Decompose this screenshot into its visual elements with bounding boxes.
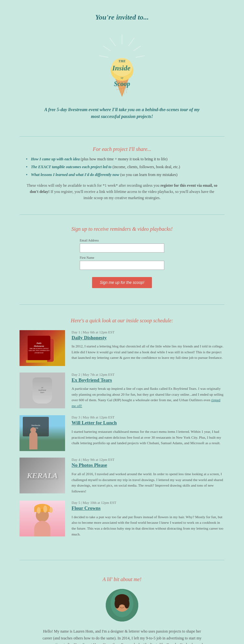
schedule-day-5: Day 5 | May 10th at 12pm EST <box>72 501 224 505</box>
email-input[interactable] <box>80 243 164 253</box>
project-share-section: For each project I'll share... How I cam… <box>0 143 244 208</box>
project-share-note: These videos will only be available to w… <box>26 183 218 201</box>
schedule-day-1: Day 1 | May 6th at 12pm EST <box>72 330 224 334</box>
signup-section: Sign up to receive reminders & video pla… <box>0 221 244 298</box>
schedule-title-3: Will Letter for Lunch <box>72 420 224 426</box>
book-front: DailyDishonesty THE BEAUTIFUL LITTLE LIE… <box>28 336 50 360</box>
schedule-image-2: exboyfriendtears <box>20 373 65 408</box>
svg-text:THE: THE <box>118 59 126 63</box>
schedule-item-2: exboyfriendtears Day 2 | May 7th at 12pm… <box>20 373 224 409</box>
schedule-content-5: Day 5 | May 10th at 12pm EST Flour Crown… <box>72 501 224 537</box>
kerela-text: KERALA <box>27 471 58 480</box>
svg-line-3 <box>110 38 115 46</box>
schedule-content-3: Day 3 | May 8th at 12pm EST Will Letter … <box>72 415 224 446</box>
schedule-image-4: KERALA <box>20 458 65 493</box>
schedule-heading: Here's a quick look at our inside scoop … <box>20 318 224 324</box>
svg-line-5 <box>99 56 108 57</box>
svg-line-1 <box>129 38 134 46</box>
schedule-image-5 <box>20 501 65 536</box>
schedule-desc-4: For all of 2016, I traveled and worked a… <box>72 471 224 494</box>
section-divider-3 <box>20 304 224 305</box>
project-share-heading: For each project I'll share... <box>26 146 218 152</box>
ripped-off-link[interactable]: ripped me off! <box>72 398 220 408</box>
schedule-desc-1: In 2012, I started a lettering blog that… <box>72 344 224 361</box>
book-title-text: DailyDishonesty THE BEAUTIFUL LITTLE LIE… <box>28 341 50 355</box>
section-divider-1 <box>20 136 224 137</box>
bullet-rest-1: (plus how much time + money it took to b… <box>81 157 168 161</box>
project-bullets: How I came up with each idea (plus how m… <box>26 156 218 178</box>
flask-illustration: exboyfriendtears <box>33 377 52 403</box>
schedule-title-5: Flour Crowns <box>72 505 224 512</box>
bullet-item-3: What lessons I learned and what I'd do d… <box>26 172 218 178</box>
avatar-container <box>106 589 138 622</box>
book-base <box>26 360 47 363</box>
schedule-day-2: Day 2 | May 7th at 12pm EST <box>72 373 224 376</box>
email-form-group: Email Address <box>80 239 164 253</box>
email-label: Email Address <box>80 239 164 242</box>
bullet-item-2: The EXACT tangible outcomes each project… <box>26 164 218 170</box>
logo-container: THE Inside up Scoop <box>26 28 218 100</box>
about-heading: A lil' bit about me! <box>26 577 218 582</box>
schedule-content-1: Day 1 | May 6th at 12pm EST Daily Dishon… <box>72 330 224 361</box>
logo-svg: THE Inside up Scoop <box>86 28 158 100</box>
schedule-day-3: Day 3 | May 8th at 12pm EST <box>72 415 224 419</box>
section-divider-2 <box>20 214 224 215</box>
svg-text:Inside: Inside <box>112 64 130 72</box>
svg-line-2 <box>133 46 141 51</box>
schedule-title-2: Ex Boyfriend Tears <box>72 377 224 384</box>
hero-subtitle: A free 5-day livestream event where I'll… <box>41 106 203 120</box>
svg-line-6 <box>136 56 145 57</box>
schedule-item-4: KERALA Day 4 | May 9th at 12pm EST No Ph… <box>20 458 224 494</box>
first-name-input[interactable] <box>80 261 164 270</box>
schedule-content-4: Day 4 | May 9th at 12pm EST No Photos Pl… <box>72 458 224 494</box>
bullet-rest-2: (income, clients, followers, book deal, … <box>113 165 180 169</box>
bullet-bold-2: The EXACT tangible outcomes each project… <box>31 165 112 169</box>
svg-point-26 <box>115 599 120 608</box>
svg-point-29 <box>123 604 125 605</box>
svg-point-27 <box>124 599 129 608</box>
hero-tagline: You're invited to... <box>26 13 218 22</box>
section-divider-4 <box>20 560 224 560</box>
schedule-desc-3: I started bartering restaurant chalkboar… <box>72 429 224 446</box>
signup-button[interactable]: Sign me up for the scoop! <box>92 277 152 288</box>
svg-line-4 <box>103 46 111 51</box>
bullet-bold-3: What lessons I learned and what I'd do d… <box>31 172 119 177</box>
schedule-title-1: Daily Dishonesty <box>72 335 224 341</box>
schedule-day-4: Day 4 | May 9th at 12pm EST <box>72 458 224 461</box>
bullet-rest-3: (so you can learn from my mistakes) <box>120 172 178 177</box>
schedule-title-4: No Photos Please <box>72 462 224 469</box>
hero-section: You're invited to... <box>0 0 244 130</box>
first-name-label: First Name <box>80 256 164 259</box>
svg-text:Scoop: Scoop <box>114 80 130 88</box>
avatar-image <box>106 589 138 622</box>
schedule-desc-2: A particular nasty break up inspired a l… <box>72 386 224 409</box>
bullet-bold-1: How I came up with each idea <box>31 157 80 161</box>
schedule-content-2: Day 2 | May 7th at 12pm EST Ex Boyfriend… <box>72 373 224 409</box>
signup-heading: Sign up to receive reminders & video pla… <box>26 226 218 232</box>
svg-text:up: up <box>121 76 123 79</box>
bullet-item-1: How I came up with each idea (plus how m… <box>26 156 218 162</box>
schedule-image-3: Starbucksmenu <box>20 415 65 451</box>
schedule-item-5: Day 5 | May 10th at 12pm EST Flour Crown… <box>20 501 224 537</box>
schedule-section: Here's a quick look at our inside scoop … <box>0 311 244 554</box>
schedule-image-1: DailyDishonesty THE BEAUTIFUL LITTLE LIE… <box>20 330 65 366</box>
svg-point-28 <box>119 604 121 605</box>
first-name-form-group: First Name <box>80 256 164 270</box>
schedule-desc-5: I decided to take a pun way too far and … <box>72 514 224 537</box>
schedule-item-3: Starbucksmenu Day 3 | May 8th at 12pm ES… <box>20 415 224 451</box>
book-subtitle-text: THE BEAUTIFUL LITTLE LIES WE TELL OURSEL… <box>29 348 49 354</box>
book-illustration: DailyDishonesty THE BEAUTIFUL LITTLE LIE… <box>26 334 59 362</box>
about-section: A lil' bit about me! Hello! My name is L… <box>0 567 244 644</box>
about-text: Hello! My name is Lauren Hom, and I'm a … <box>41 628 203 644</box>
schedule-item-1: DailyDishonesty THE BEAUTIFUL LITTLE LIE… <box>20 330 224 366</box>
